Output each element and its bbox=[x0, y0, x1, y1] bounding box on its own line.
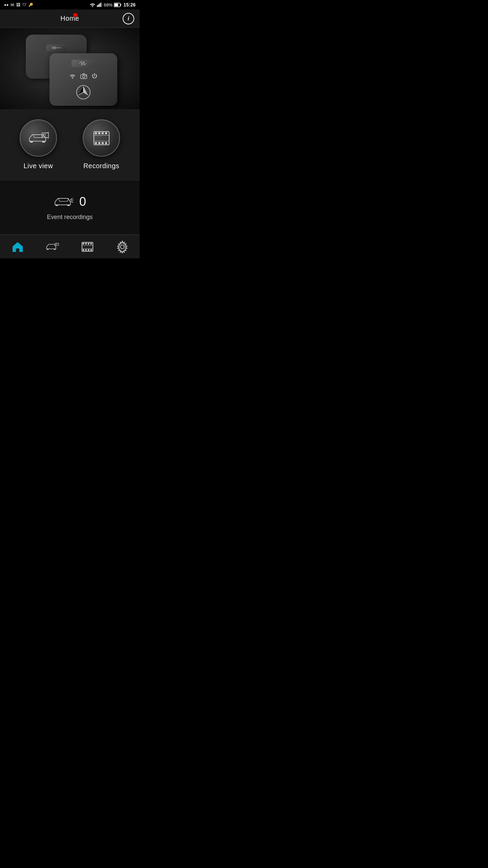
live-view-button[interactable]: Live view bbox=[7, 119, 70, 170]
svg-rect-21 bbox=[85, 75, 86, 76]
svg-rect-32 bbox=[95, 132, 97, 134]
svg-rect-39 bbox=[105, 142, 107, 144]
mail-icon: ✉ bbox=[11, 2, 14, 7]
event-row: 0 bbox=[54, 194, 86, 210]
header: Home i bbox=[0, 9, 140, 28]
event-recordings-label: Event recordings bbox=[47, 214, 93, 221]
settings-nav-icon bbox=[116, 240, 129, 253]
device-wifi-icon bbox=[69, 73, 76, 79]
device-power-icon bbox=[92, 73, 98, 79]
svg-rect-28 bbox=[42, 141, 45, 142]
device-back-button bbox=[46, 44, 66, 51]
bottom-nav bbox=[0, 235, 140, 258]
status-icons-left: ●● ✉ 🖼 🛡 🔑 bbox=[4, 2, 33, 7]
svg-rect-43 bbox=[67, 205, 70, 206]
device-container bbox=[22, 31, 117, 106]
svg-rect-1 bbox=[97, 5, 98, 7]
event-section: 0 Event recordings bbox=[0, 180, 140, 235]
live-nav-icon bbox=[46, 240, 59, 253]
device-front bbox=[49, 53, 117, 106]
svg-rect-34 bbox=[102, 132, 104, 134]
recordings-label: Recordings bbox=[83, 162, 119, 170]
svg-rect-3 bbox=[99, 4, 100, 7]
time-display: 15:26 bbox=[123, 2, 136, 7]
svg-rect-38 bbox=[102, 142, 104, 144]
svg-rect-42 bbox=[56, 205, 58, 206]
status-icons-right: 68% 15:26 bbox=[89, 2, 136, 7]
svg-rect-45 bbox=[47, 249, 48, 250]
nav-live[interactable] bbox=[35, 235, 70, 258]
recordings-circle bbox=[83, 119, 120, 157]
svg-rect-37 bbox=[98, 142, 100, 144]
device-front-top-button bbox=[72, 60, 95, 67]
dot-icon: ●● bbox=[4, 3, 8, 7]
nav-home[interactable] bbox=[0, 235, 35, 258]
svg-point-18 bbox=[72, 77, 73, 79]
signal-icon bbox=[97, 2, 102, 7]
svg-rect-5 bbox=[101, 3, 102, 7]
live-view-icon bbox=[26, 129, 50, 147]
svg-rect-46 bbox=[54, 249, 55, 250]
svg-rect-54 bbox=[82, 249, 84, 251]
mercedes-star-front bbox=[76, 85, 91, 100]
actions-row: Live view Recordings bbox=[0, 109, 140, 180]
svg-point-48 bbox=[56, 243, 57, 245]
nav-recordings[interactable] bbox=[70, 235, 105, 258]
svg-rect-36 bbox=[95, 142, 97, 144]
live-view-label: Live view bbox=[24, 162, 53, 170]
svg-rect-33 bbox=[98, 132, 100, 134]
svg-marker-44 bbox=[13, 242, 23, 252]
status-bar: ●● ✉ 🖼 🛡 🔑 68% 15:26 bbox=[0, 0, 140, 9]
svg-rect-57 bbox=[90, 249, 92, 251]
svg-rect-53 bbox=[90, 243, 92, 244]
svg-rect-56 bbox=[87, 249, 89, 251]
recording-indicator bbox=[73, 13, 77, 17]
nav-settings[interactable] bbox=[105, 235, 140, 258]
svg-rect-8 bbox=[115, 3, 118, 6]
svg-rect-50 bbox=[82, 243, 84, 244]
device-camera-icon bbox=[80, 73, 87, 79]
svg-rect-2 bbox=[98, 4, 99, 7]
live-view-circle bbox=[20, 119, 57, 157]
svg-point-0 bbox=[92, 6, 93, 7]
recordings-icon bbox=[92, 129, 111, 147]
svg-rect-52 bbox=[87, 243, 89, 244]
wifi-icon bbox=[89, 2, 96, 7]
svg-rect-55 bbox=[85, 249, 87, 251]
car-crash-icon bbox=[54, 194, 74, 210]
shield-icon: 🛡 bbox=[22, 2, 26, 7]
recordings-nav-icon bbox=[81, 240, 94, 253]
svg-rect-27 bbox=[30, 141, 33, 142]
event-count: 0 bbox=[79, 195, 86, 209]
home-nav-icon bbox=[11, 240, 24, 253]
battery-icon bbox=[114, 3, 121, 7]
info-button[interactable]: i bbox=[123, 13, 134, 24]
battery-percent: 68% bbox=[104, 2, 113, 7]
device-front-buttons-row bbox=[69, 73, 98, 79]
svg-rect-35 bbox=[105, 132, 107, 134]
svg-point-20 bbox=[83, 75, 85, 78]
svg-rect-51 bbox=[85, 243, 87, 244]
svg-point-60 bbox=[120, 245, 124, 249]
picture-mail-icon: 🖼 bbox=[16, 2, 20, 7]
key-icon: 🔑 bbox=[28, 3, 33, 7]
svg-rect-4 bbox=[100, 3, 101, 7]
recordings-button[interactable]: Recordings bbox=[70, 119, 133, 170]
svg-rect-7 bbox=[121, 4, 121, 6]
device-image-section bbox=[0, 28, 140, 109]
